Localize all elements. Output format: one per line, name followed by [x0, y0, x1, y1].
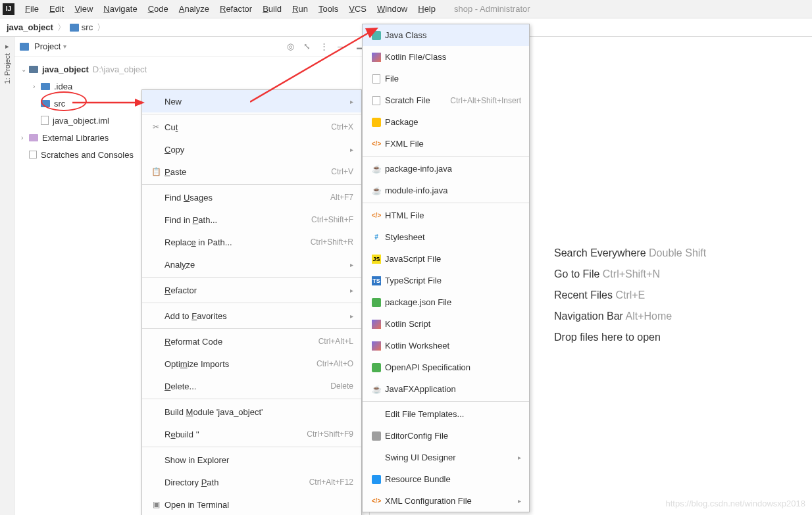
chevron-right-icon: ▸: [350, 261, 353, 268]
new-package-json-file[interactable]: package.json File: [363, 291, 529, 313]
breadcrumb-project[interactable]: java_object: [7, 22, 53, 32]
new-fxml-file[interactable]: </>FXML File: [363, 133, 529, 155]
new-java-class[interactable]: Java Class: [363, 24, 529, 46]
menu-item-icon: [370, 298, 382, 307]
new-kotlin-file-class[interactable]: Kotlin File/Class: [363, 46, 529, 68]
chevron-right-icon: ▸: [518, 454, 521, 461]
menu-item-icon: 📋: [150, 167, 162, 176]
new-typescript-file[interactable]: TSTypeScript File: [363, 270, 529, 291]
ctx-refactor[interactable]: Refactor▸: [142, 279, 361, 301]
menu-item-icon: </>: [370, 497, 382, 504]
menu-item-icon: TS: [370, 276, 382, 285]
ctx-build-module-java-object-[interactable]: Build Module 'java_object': [142, 401, 361, 423]
new-module-info-java[interactable]: ☕module-info.java: [363, 180, 529, 201]
ctx-replace-in-path-[interactable]: Replace in Path...Ctrl+Shift+R: [142, 231, 361, 253]
minimize-icon[interactable]: —: [338, 41, 346, 51]
menu-navigate[interactable]: Navigate: [98, 4, 142, 14]
menu-help[interactable]: Help: [413, 4, 441, 14]
expand-icon[interactable]: ›: [21, 134, 29, 141]
panel-title[interactable]: Project: [34, 41, 61, 51]
menu-analyze[interactable]: Analyze: [174, 4, 215, 14]
new-file[interactable]: File: [363, 68, 529, 89]
ctx-new[interactable]: New▸: [142, 90, 361, 112]
menu-item-icon: ▣: [150, 500, 162, 509]
new-xml-configuration-file[interactable]: </>XML Configuration File▸: [363, 490, 529, 512]
menu-vcs[interactable]: VCS: [343, 4, 372, 14]
ctx-find-in-path-[interactable]: Find in Path...Ctrl+Shift+F: [142, 208, 361, 231]
new-package-info-java[interactable]: ☕package-info.java: [363, 158, 529, 180]
ctx-find-usages[interactable]: Find UsagesAlt+F7: [142, 186, 361, 208]
context-menu: New▸✂CutCtrl+XCopy▸📋PasteCtrl+VFind Usag…: [141, 89, 362, 515]
tree-root[interactable]: ⌄ java_object D:\java_object: [14, 61, 369, 78]
menu-item-icon: [370, 53, 382, 62]
menu-run[interactable]: Run: [287, 4, 313, 14]
menu-item-icon: ☕: [370, 385, 382, 394]
menu-item-icon: [370, 320, 382, 329]
new-scratch-file[interactable]: Scratch FileCtrl+Alt+Shift+Insert: [363, 89, 529, 111]
menu-refactor[interactable]: Refactor: [215, 4, 257, 14]
ctx-show-in-explorer[interactable]: Show in Explorer: [142, 449, 361, 471]
ctx-delete-[interactable]: Delete...Delete: [142, 375, 361, 397]
new-stylesheet[interactable]: #Stylesheet: [363, 226, 529, 248]
expand-icon[interactable]: ›: [33, 83, 41, 90]
gutter-project-label[interactable]: 1: Project: [3, 53, 11, 84]
hint-go-to-file: Go to File Ctrl+Shift+N: [554, 268, 706, 280]
folder-icon: [41, 83, 50, 90]
expand-icon[interactable]: ⌄: [21, 66, 29, 73]
chevron-right-icon: ▸: [350, 312, 353, 320]
chevron-right-icon: ▸: [518, 497, 521, 504]
ctx-analyze[interactable]: Analyze▸: [142, 253, 361, 276]
hint-search-everywhere: Search Everywhere Double Shift: [554, 247, 706, 259]
breadcrumb-folder[interactable]: src: [82, 22, 93, 32]
file-icon: [41, 116, 49, 125]
new-package[interactable]: Package: [363, 111, 529, 133]
panel-header: Project ▾ ◎ ⤡ ⋮ — 🗕: [14, 37, 369, 57]
new-html-file[interactable]: </>HTML File: [363, 205, 529, 226]
menu-item-icon: [370, 363, 382, 372]
new-kotlin-worksheet[interactable]: Kotlin Worksheet: [363, 335, 529, 356]
new-javascript-file[interactable]: JSJavaScript File: [363, 248, 529, 270]
menu-item-icon: [370, 96, 382, 105]
menu-item-icon: [370, 74, 382, 84]
new-openapi-specification[interactable]: OpenAPI Specification: [363, 356, 529, 378]
ctx-cut[interactable]: ✂CutCtrl+X: [142, 116, 361, 138]
left-gutter: ▸ 1: Project: [0, 37, 14, 515]
menu-item-icon: </>: [370, 140, 382, 147]
new-kotlin-script[interactable]: Kotlin Script: [363, 313, 529, 335]
welcome-hints: Search Everywhere Double ShiftGo to File…: [554, 247, 706, 353]
ctx-add-to-favorites[interactable]: Add to Favorites▸: [142, 305, 361, 327]
folder-icon: [20, 43, 29, 51]
menu-view[interactable]: View: [69, 4, 98, 14]
app-icon: IJ: [3, 3, 14, 15]
more-icon[interactable]: ⋮: [320, 41, 328, 51]
ctx-reformat-code[interactable]: Reformat CodeCtrl+Alt+L: [142, 330, 361, 353]
ctx-open-in-terminal[interactable]: ▣Open in Terminal: [142, 493, 361, 515]
scratch-icon: [29, 151, 37, 159]
ctx-paste[interactable]: 📋PasteCtrl+V: [142, 160, 361, 183]
ctx-directory-path[interactable]: Directory PathCtrl+Alt+F12: [142, 471, 361, 493]
menu-item-icon: ☕: [370, 186, 382, 195]
menu-tools[interactable]: Tools: [313, 4, 343, 14]
menu-file[interactable]: File: [20, 4, 44, 14]
ctx-copy[interactable]: Copy▸: [142, 138, 361, 160]
menu-edit[interactable]: Edit: [44, 4, 69, 14]
panel-tools: ◎ ⤡ ⋮ — 🗕: [287, 41, 364, 51]
new-javafxapplication[interactable]: ☕JavaFXApplication: [363, 378, 529, 400]
new-editorconfig-file[interactable]: EditorConfig File: [363, 425, 529, 447]
new-edit-file-templates-[interactable]: Edit File Templates...: [363, 403, 529, 425]
collapse-icon[interactable]: ⤡: [303, 41, 311, 51]
target-icon[interactable]: ◎: [287, 41, 294, 51]
library-icon: [29, 134, 38, 141]
menu-window[interactable]: Window: [372, 4, 413, 14]
folder-icon: [70, 24, 79, 32]
menu-item-icon: #: [370, 233, 382, 241]
menu-code[interactable]: Code: [143, 4, 174, 14]
menu-item-icon: [370, 341, 382, 351]
new-swing-ui-designer[interactable]: Swing UI Designer▸: [363, 447, 529, 468]
menu-item-icon: [370, 31, 382, 40]
ctx-optimize-imports[interactable]: Optimize ImportsCtrl+Alt+O: [142, 353, 361, 375]
module-icon: [29, 66, 38, 73]
ctx-rebuild-default-[interactable]: Rebuild ''Ctrl+Shift+F9: [142, 423, 361, 445]
new-resource-bundle[interactable]: Resource Bundle: [363, 468, 529, 490]
menu-build[interactable]: Build: [257, 4, 287, 14]
